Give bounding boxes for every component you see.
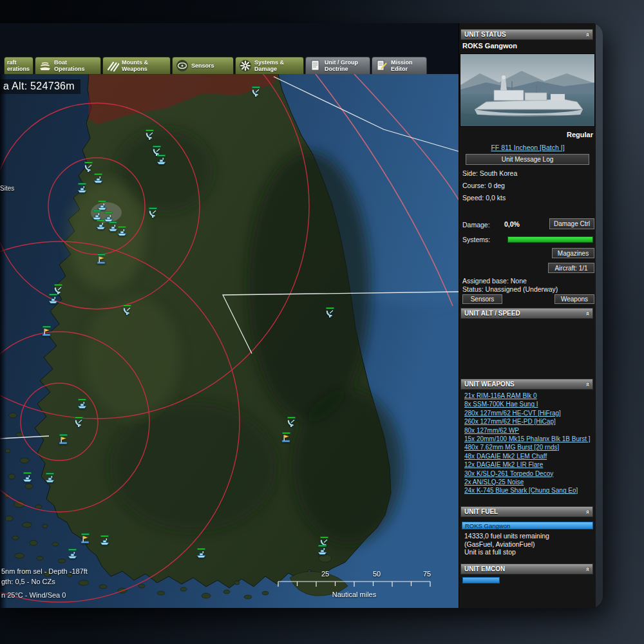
map-unit-ship[interactable] — [317, 545, 327, 555]
map-unit-ship[interactable] — [96, 220, 106, 230]
map-unit-ship[interactable] — [23, 472, 32, 482]
toolbar-tab-unit-group-doctrine[interactable]: Unit / GroupDoctrine — [305, 57, 370, 74]
ship-photo-illustration — [460, 54, 595, 127]
map-unit-radar[interactable] — [148, 207, 158, 218]
damage-ctrl-button[interactable]: Damage Ctrl — [549, 218, 594, 229]
ship-icon — [77, 401, 87, 409]
map-unit-radar[interactable] — [74, 417, 84, 427]
map-unit-radar[interactable] — [84, 162, 93, 172]
scale-ticks — [274, 580, 435, 587]
map-unit-ship[interactable] — [100, 535, 109, 545]
collapse-icon[interactable]: » — [583, 509, 591, 513]
emcon-selected-row[interactable] — [462, 577, 500, 583]
weapon-link[interactable]: 30x K/SLQ-261 Torpedo Decoy — [464, 469, 593, 478]
magazines-button[interactable]: Magazines — [552, 248, 594, 258]
map-unit-ship[interactable] — [97, 200, 107, 211]
toolbar-tab-mounts-weapons[interactable]: Mounts &Weapons — [102, 57, 171, 74]
map-unit-ship[interactable] — [68, 549, 77, 559]
fuel-info: 14333,0 fuel units remaining (GasFuel, A… — [464, 532, 549, 556]
tab-label: Mounts &Weapons — [122, 59, 148, 72]
section-header-emcon[interactable]: UNIT EMCON » — [460, 564, 593, 574]
toolbar-tab-boat-operations[interactable]: BoatOperations — [35, 57, 101, 74]
radar-icon — [84, 164, 93, 172]
airbase-icon — [42, 328, 52, 336]
collapse-icon[interactable]: » — [583, 382, 591, 386]
unit-class-link[interactable]: FF 811 Incheon [Batch I] — [459, 144, 596, 151]
sensors-button[interactable]: Sensors — [462, 294, 502, 304]
weapon-link[interactable]: 15x 20mm/100 Mk15 Phalanx Blk 1B Burst ] — [464, 435, 593, 443]
weapon-link[interactable]: 48x DAGAIE Mk2 LEM Chaff — [464, 452, 593, 460]
map-pane[interactable]: a Alt: 524736m Sites 5nm from sel - Dept… — [0, 74, 459, 608]
toolbar-tab-raft-erations[interactable]: rafterations — [4, 57, 33, 74]
unit-message-log-button[interactable]: Unit Message Log — [466, 154, 589, 165]
map-unit-airbase[interactable] — [59, 434, 68, 444]
weapon-link[interactable]: 80x 127mm/62 WP — [464, 426, 593, 435]
map-units — [0, 74, 459, 608]
collapse-icon[interactable]: » — [583, 311, 591, 315]
sensors-icon — [176, 59, 189, 72]
section-header-unit-status[interactable]: UNIT STATUS » — [460, 29, 593, 40]
weapon-link[interactable]: 280x 127mm/62 HE-CVT [HiFrag] — [464, 409, 593, 417]
weapon-link[interactable]: 8x SSM-700K Hae Sung I — [464, 400, 593, 408]
weapons-button[interactable]: Weapons — [554, 294, 594, 304]
toolbar-tab-sensors[interactable]: Sensors — [172, 57, 234, 74]
ship-icon — [93, 176, 103, 184]
weapon-link[interactable]: 24x K-745 Blue Shark [Chung Sang Eo] — [464, 486, 593, 495]
toolbar-tab-systems-damage[interactable]: Systems &Damage — [235, 57, 304, 74]
map-unit-ship[interactable] — [108, 222, 118, 232]
map-unit-ship[interactable] — [196, 548, 206, 558]
map-unit-radar[interactable] — [287, 417, 296, 427]
map-unit-radar[interactable] — [53, 284, 63, 294]
fuel-selected-row[interactable]: ROKS Gangwon — [462, 522, 593, 529]
map-unit-ship[interactable] — [77, 399, 87, 409]
map-unit-radar[interactable] — [122, 305, 132, 315]
gear-icon — [239, 59, 252, 72]
collapse-icon[interactable]: » — [583, 32, 591, 36]
window-edge — [596, 23, 603, 608]
map-unit-ship[interactable] — [45, 473, 55, 483]
map-unit-radar[interactable] — [251, 86, 261, 97]
map-unit-radar[interactable] — [325, 307, 335, 317]
weapon-link[interactable]: 480x 7.62mm MG Burst [20 rnds] — [464, 443, 593, 451]
toolbar-tab-mission-editor[interactable]: MissionEditor — [372, 57, 427, 74]
tab-label: rafterations — [7, 59, 30, 72]
ship-icon — [48, 296, 58, 304]
section-title: UNIT WEAPONS — [464, 381, 515, 388]
unit-health-bar — [49, 294, 57, 296]
scale-number: 75 — [423, 570, 431, 578]
weapon-link[interactable]: 260x 127mm/62 HE-PD [HiCap] — [464, 417, 593, 426]
unit-health-bar — [153, 146, 161, 147]
unit-health-bar — [320, 536, 328, 538]
map-unit-ship[interactable] — [156, 155, 166, 165]
section-header-fuel[interactable]: UNIT FUEL » — [460, 506, 593, 517]
unit-health-bar — [149, 207, 157, 209]
section-header-alt-speed[interactable]: UNIT ALT / SPEED » — [460, 308, 593, 319]
weapon-link[interactable]: 12x DAGAIE Mk2 LIR Flare — [464, 460, 593, 469]
fuel-remaining: 14333,0 fuel units remaining — [464, 532, 549, 540]
map-unit-airbase[interactable] — [97, 254, 106, 264]
weapon-link[interactable]: 2x AN/SLQ-25 Noise — [464, 478, 593, 486]
unit-health-bar — [123, 305, 131, 307]
map-unit-ship[interactable] — [93, 173, 103, 184]
map-altitude-readout: a Alt: 524736m — [0, 79, 80, 94]
section-header-weapons[interactable]: UNIT WEAPONS » — [460, 379, 593, 390]
status-line-layer: gth: 0,5 - No CZs — [1, 576, 88, 587]
unit-status-line: Status: Unassigned (Underway) — [462, 285, 558, 293]
weapon-link[interactable]: 21x RIM-116A RAM Blk 0 — [464, 392, 593, 400]
map-unit-ship[interactable] — [77, 183, 87, 193]
map-unit-ship[interactable] — [92, 210, 102, 220]
map-unit-ship[interactable] — [117, 226, 127, 236]
map-unit-ship[interactable] — [48, 294, 58, 304]
tab-label: Sensors — [191, 62, 214, 69]
unit-health-bar — [282, 432, 290, 434]
map-unit-airbase[interactable] — [281, 432, 291, 442]
map-unit-airbase[interactable] — [80, 533, 90, 544]
scale-numbers: 25 50 75 — [274, 570, 435, 578]
unit-health-bar — [326, 307, 334, 309]
aircraft-button[interactable]: Aircraft: 1/1 — [548, 263, 594, 273]
collapse-icon[interactable]: » — [583, 567, 591, 571]
map-unit-airbase[interactable] — [42, 326, 52, 336]
map-unit-radar[interactable] — [145, 129, 155, 140]
unit-photo — [460, 53, 595, 127]
unit-speed: Speed: 0,0 kts — [462, 194, 506, 202]
